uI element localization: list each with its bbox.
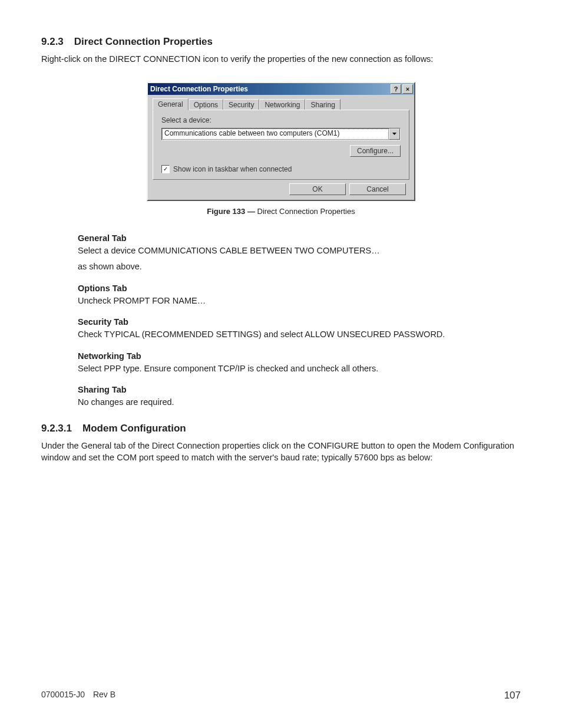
checkbox-label: Show icon in taskbar when connected [173,165,292,173]
section-number: 9.2.3 [41,36,64,48]
dialog-window: Direct Connection Properties ? × General… [147,82,415,201]
subsection-heading: 9.2.3.1 Modem Configuration [41,423,521,434]
figure-label: Figure 133 — [207,207,255,216]
tab-options[interactable]: Options [189,99,223,111]
networking-tab-line1: Select PPP type. Ensure component TCP/IP… [78,363,521,375]
tab-general[interactable]: General [153,98,189,110]
chevron-down-icon[interactable] [389,129,400,140]
figure-caption: Figure 133 — Direct Connection Propertie… [41,207,521,216]
security-tab-line1: Check TYPICAL (RECOMMENDED SETTINGS) and… [78,329,521,341]
tab-panel-general: Select a device: Communications cable be… [153,110,409,180]
sharing-tab-line1: No changes are required. [78,397,521,409]
configure-button[interactable]: Configure... [350,145,401,157]
page-number: 107 [504,690,521,701]
section-heading: 9.2.3 Direct Connection Properties [41,36,521,48]
show-icon-checkbox-row[interactable]: ✓ Show icon in taskbar when connected [161,165,401,173]
checkbox-icon[interactable]: ✓ [161,165,170,173]
figure-image: Direct Connection Properties ? × General… [41,82,521,201]
ok-button[interactable]: OK [289,183,346,195]
options-tab-line1: Uncheck PROMPT FOR NAME… [78,295,521,307]
device-label: Select a device: [161,116,401,124]
general-tab-line2: as shown above. [78,261,521,273]
help-button[interactable]: ? [391,84,401,94]
security-tab-heading: Security Tab [78,317,521,327]
svg-marker-0 [392,133,396,135]
subsection-body: Under the General tab of the Direct Conn… [41,440,521,463]
figure-caption-text: Direct Connection Properties [255,207,355,216]
device-dropdown-value: Communications cable between two compute… [162,129,389,140]
options-tab-heading: Options Tab [78,284,521,293]
tab-sharing[interactable]: Sharing [305,99,340,111]
general-tab-heading: General Tab [78,233,521,243]
networking-tab-heading: Networking Tab [78,351,521,361]
close-button[interactable]: × [402,84,413,94]
general-tab-line1: Select a device COMMUNICATIONS CABLE BET… [78,245,521,257]
tab-strip: General Options Security Networking Shar… [153,98,409,110]
page-footer: 0700015-J0 Rev B 107 [41,690,521,701]
tab-security[interactable]: Security [223,99,259,111]
section-intro: Right-click on the DIRECT CONNECTION ico… [41,54,521,65]
cancel-button[interactable]: Cancel [349,183,406,195]
sharing-tab-heading: Sharing Tab [78,385,521,394]
section-title: Direct Connection Properties [74,36,213,48]
subsection-number: 9.2.3.1 [41,423,72,434]
tab-networking[interactable]: Networking [259,99,305,111]
titlebar-text: Direct Connection Properties [150,85,248,93]
device-dropdown[interactable]: Communications cable between two compute… [161,128,401,140]
titlebar: Direct Connection Properties ? × [148,83,414,95]
footer-docid: 0700015-J0 Rev B [41,690,115,701]
subsection-title: Modem Configuration [82,423,186,434]
